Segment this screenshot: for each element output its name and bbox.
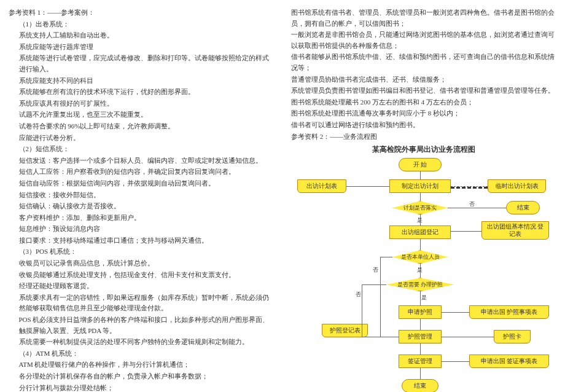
text-line: （3）POS 机系统：	[9, 246, 274, 257]
text-line: POS 机必须支持日益增多的各种的客户终端和接口，比如多种形式的用户图形界面、触…	[9, 315, 274, 336]
text-line: 经理还能处理顾客退货。	[9, 281, 274, 292]
flow-passport-item: 申请出国 护照事项表	[469, 305, 549, 319]
text-line: 一般浏览者是非图书馆会员，只能通过网络浏览图书馆的基本信息，如浏览者通过查询可以…	[291, 29, 556, 51]
text-line: 试卷符合要求的 96%以上即可结束，允许教师调整。	[9, 121, 274, 132]
text-line: 应能进行试卷分析。	[9, 133, 274, 144]
text-line: 短信接收：接收外部短信。	[9, 190, 274, 201]
text-line: 收银员可以记录售商品信息，系统计算总价。	[9, 258, 274, 269]
text-line: 系统需要一种机制提供灵活的处理不同客户独特的业务逻辑规则和定制能力。	[9, 337, 274, 348]
text-line: （4）ATM 机系统：	[9, 348, 274, 359]
label-yes: 是	[421, 293, 427, 302]
label-no: 否	[373, 265, 378, 274]
flow-register: 出访组团登记	[389, 225, 451, 239]
text-line: 短息维护：预设短消息内容	[9, 224, 274, 235]
flow-need-passport: 是否需要 办理护照	[386, 278, 454, 291]
text-line: （1）出卷系统：	[9, 19, 274, 30]
text-line: 系统应能支持不同的科目	[9, 76, 274, 87]
text-line: 系统应该具有很好的可扩展性。	[9, 98, 274, 109]
text-line: 系统支持人工辅助和自动出卷。	[9, 30, 274, 41]
flowchart-title: 某高检院外事局出访业务流程图	[291, 144, 556, 155]
text-line: ATM 机处理银行储户的各种操作，并与分行计算机通信；	[9, 359, 274, 370]
flow-isunit: 是否本单位人员	[392, 250, 448, 264]
text-line: 系统应能等进行题库管理	[9, 42, 274, 53]
flow-visa-item: 申请出国 签证事项表	[469, 355, 549, 368]
flow-end2: 结束	[402, 379, 438, 392]
text-line: 普通管理员协助借书者完成借书、还书、续借服务；	[291, 74, 556, 85]
text-line: 系统管理员负责图书管理如图书编目和图书登记、借书者管理和普通管理员管理等任务。	[291, 85, 556, 96]
text-line: 图书馆系统能处理藏书 200 万左右的图书和 4 万左右的会员；	[291, 97, 556, 108]
flow-confirm: 计划是否落实	[392, 201, 448, 214]
text-line: 短信自动应答：根据短信询问内容，并依据规则自动回复询问者。	[9, 178, 274, 189]
flow-plan-doc: 出访计划表	[297, 179, 346, 193]
text-line: （2）短信系统：	[9, 144, 274, 155]
flow-apply-passport: 申请护照	[399, 305, 442, 319]
text-line: 分行计算机与拨款分理处结帐；	[9, 383, 274, 392]
text-line: 短信人工应答：用户察看收到的短信内容，并确定回复内容回复询问者。	[9, 167, 274, 178]
flow-team-doc: 出访团组基本情况 登记表	[481, 221, 549, 240]
text-line: 系统能等进行试卷管理，应完成试卷修改、删除和打印等。试卷能够按照给定的样式进行输…	[9, 53, 274, 74]
text-line: 短信确认：确认接收方是否接收。	[9, 201, 274, 212]
text-line: 各分理处的计算机保存各自的帐户，负责录入帐户和事务数据；	[9, 371, 274, 382]
flow-make-plan: 制定出访计划	[389, 179, 451, 193]
flow-passport-mgmt: 护照管理	[399, 330, 442, 343]
text-line: 参考资料 2：——业务流程图	[291, 131, 556, 143]
flow-start: 开 始	[399, 158, 442, 171]
text-line: 短信发送：客户选择一个或多个目标人员、编辑内容、立即或定时发送通知信息。	[9, 155, 274, 167]
flow-visa-mgmt: 签证管理	[399, 355, 442, 368]
flow-passport-card: 护照卡	[494, 330, 531, 343]
text-line: 借书者能够从图书馆系统中借、还、续借和预约图书，还可查询自己的借书信息和系统情况…	[291, 52, 556, 73]
text-line: 接口要求：支持移动终端通过串口通信；支持与移动网关通信。	[9, 235, 274, 246]
text-line: 客户资料维护：添加、删除和更新用户。	[9, 213, 274, 224]
text-line: 图书馆系统有借书者、管理员、系统管理员和一般浏览者四种角色。借书者是图书馆的会员…	[291, 7, 556, 29]
text-line: 系统要求具有一定的容错性，即如果远程服务（如库存系统）暂时中断，系统必须仍然能够…	[9, 292, 274, 314]
text-line: 参考资料 1：——参考案例：	[9, 7, 274, 18]
text-line: 系统能够在所有流行的技术环境下运行，优好的图形界面。	[9, 87, 274, 98]
flowchart: 开 始 出访计划表 制定出访计划 临时出访计划表 计划是否落实 结束 出访组团登…	[291, 158, 549, 392]
flow-temp-plan: 临时出访计划表	[488, 179, 546, 193]
flow-passport-reg: 护照登记表	[322, 324, 368, 337]
text-line: 借书者可以通过网络进行续借和预约图书。	[291, 120, 556, 131]
text-line: 收银员能够通过系统处理支持，包括现金支付、信用卡支付和支票支付。	[9, 270, 274, 281]
flow-end1: 结束	[506, 201, 540, 214]
text-line: 试题不允许重复出现，也至三次不能重复。	[9, 109, 274, 120]
text-line: 图书馆系统处理图书流通每次事务时间应小于 8 秒以内；	[291, 108, 556, 119]
label-no: 否	[356, 290, 361, 299]
